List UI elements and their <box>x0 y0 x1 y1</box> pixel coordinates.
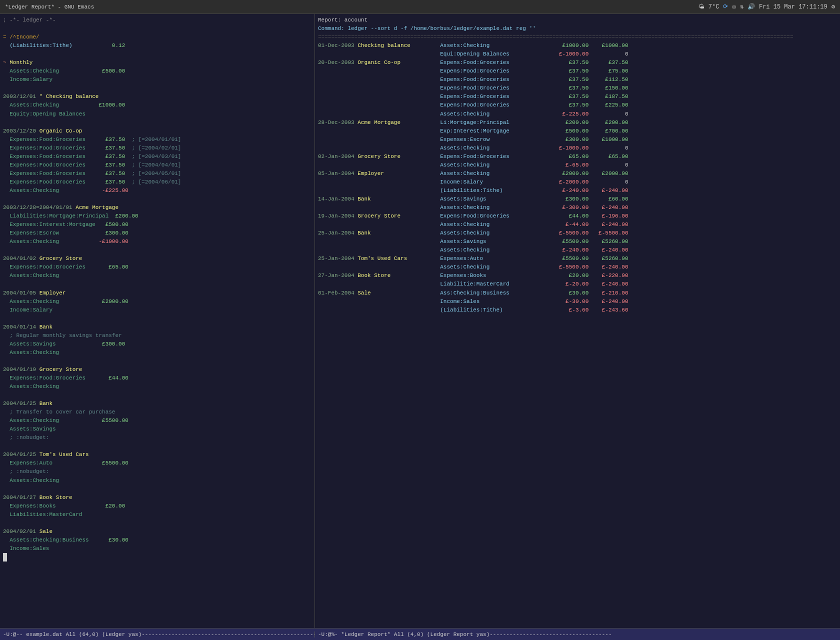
statusbar-right: -U:@%- *Ledger Report* All (4,0) (Ledger… <box>315 632 840 638</box>
titlebar-controls: 🌤 7°C ⟳ ✉ ⇅ 🔊 Fri 15 Mar 17:11:19 ⚙ <box>698 3 835 10</box>
statusbar-left: -U:@-- example.dat All (64,0) (Ledger ya… <box>0 632 315 638</box>
temperature: 7°C <box>708 4 720 10</box>
left-status-text: -U:@-- example.dat All (64,0) (Ledger ya… <box>3 632 315 638</box>
refresh-icon[interactable]: ⟳ <box>723 3 728 10</box>
statusbar: -U:@-- example.dat All (64,0) (Ledger ya… <box>0 628 840 640</box>
mail-icon[interactable]: ✉ <box>732 3 736 10</box>
datetime: Fri 15 Mar 17:11:19 <box>759 4 828 10</box>
titlebar: *Ledger Report* - GNU Emacs 🌤 7°C ⟳ ✉ ⇅ … <box>0 0 840 14</box>
left-editor-pane[interactable]: ; -*- ledger -*- = /^Income/ (Liabilitie… <box>0 14 315 628</box>
audio-icon[interactable]: 🔊 <box>748 3 755 10</box>
main-content: ; -*- ledger -*- = /^Income/ (Liabilitie… <box>0 14 840 628</box>
right-report-pane[interactable]: Report: account Command: ledger --sort d… <box>315 14 840 628</box>
network-icon: ⇅ <box>740 3 744 10</box>
window-title: *Ledger Report* - GNU Emacs <box>5 4 94 10</box>
weather-icon: 🌤 <box>698 3 704 10</box>
right-status-text: -U:@%- *Ledger Report* All (4,0) (Ledger… <box>318 632 612 638</box>
settings-icon[interactable]: ⚙ <box>832 3 835 10</box>
